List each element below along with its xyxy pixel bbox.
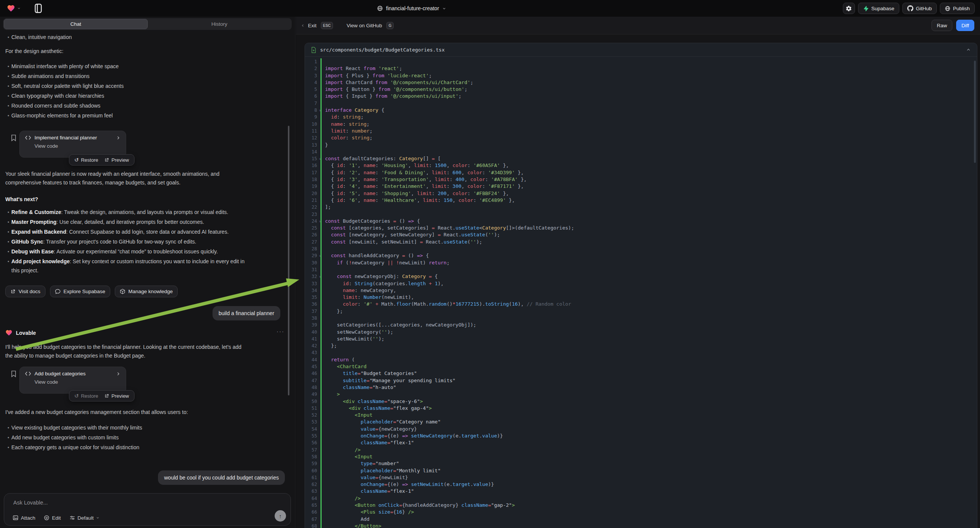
send-button[interactable]: ↑ <box>275 510 286 522</box>
line-number: 16 <box>305 162 320 169</box>
restore-button[interactable]: ↺ Restore <box>74 393 98 399</box>
lovable-logo-heart-icon[interactable] <box>7 4 21 13</box>
fold-chevron-icon[interactable]: ∨ <box>319 218 321 225</box>
chevron-up-icon[interactable] <box>966 47 971 52</box>
tab-chat[interactable]: Chat <box>4 19 148 29</box>
fold-chevron-icon[interactable]: ∨ <box>319 156 321 162</box>
explore-supabase-button[interactable]: Explore Supabase <box>50 286 110 297</box>
code-line: id: string; <box>325 114 977 121</box>
line-number: 47 <box>305 377 320 384</box>
code-line: return ( <box>325 356 977 363</box>
code-line: <div className="space-y-6"> <box>325 398 977 405</box>
added-bullet-list: •View existing budget categories with th… <box>5 423 288 453</box>
line-number: 59 <box>305 460 320 467</box>
line-number: 19 <box>305 183 320 190</box>
view-code-link[interactable]: View code <box>35 379 121 385</box>
bookmark-icon[interactable] <box>10 370 18 378</box>
line-number: 55 <box>305 433 320 439</box>
chevron-left-icon <box>301 23 305 28</box>
code-editor[interactable]: 12345678∨9101112131415∨16171819202122232… <box>305 57 977 528</box>
design-heading: For the design aesthetic: <box>5 47 63 56</box>
code-line: setNewCategory(''); <box>325 329 977 336</box>
diff-toggle-button[interactable]: Diff <box>956 20 974 31</box>
view-code-link[interactable]: View code <box>35 143 121 149</box>
line-number: 49 <box>305 391 320 398</box>
code-line: { id: '4', name: 'Entertainment', limit:… <box>325 183 977 190</box>
gear-icon <box>846 5 852 12</box>
raw-toggle-button[interactable]: Raw <box>932 20 952 31</box>
code-line: import { Plus } from 'lucide-react'; <box>325 72 977 79</box>
chevron-down-icon <box>96 516 100 520</box>
tab-history[interactable]: History <box>148 19 291 29</box>
line-number: 30 <box>305 259 320 266</box>
project-switcher[interactable]: financial-future-creator <box>377 0 446 17</box>
list-item: •Master Prompting: Use clear, detailed, … <box>5 218 288 227</box>
line-number: 40 <box>305 329 320 336</box>
line-number: 57 <box>305 447 320 453</box>
chat-bubble-icon <box>55 289 60 294</box>
code-line: const [categories, setCategories] = Reac… <box>325 224 977 231</box>
assistant-reply-2: I'll help you add budget categories to t… <box>5 343 290 360</box>
supabase-button[interactable]: Supabase <box>858 3 899 14</box>
line-number: 41 <box>305 336 320 342</box>
chat-input-placeholder: Ask Lovable... <box>13 499 48 506</box>
external-link-icon <box>104 157 109 162</box>
view-on-github-button[interactable]: View on GitHub <box>347 23 382 29</box>
fold-chevron-icon[interactable]: ∨ <box>319 107 321 114</box>
exit-button[interactable]: Exit <box>301 23 317 29</box>
chevron-down-icon <box>17 6 21 10</box>
line-number: 58 <box>305 453 320 460</box>
line-number: 7 <box>305 100 320 107</box>
preview-button[interactable]: Preview <box>104 393 129 399</box>
version-card-add-budget-categories[interactable]: Add budget categories View code <box>19 367 126 394</box>
target-icon <box>44 515 49 521</box>
supabase-icon <box>863 6 869 11</box>
code-line: <div className="flex gap-4"> <box>325 405 977 412</box>
restore-icon: ↺ <box>74 393 79 399</box>
model-selector[interactable]: Default <box>69 515 100 521</box>
line-number: 51 <box>305 405 320 412</box>
code-line: id: String(categories.length + 1), <box>325 280 977 287</box>
attach-button[interactable]: Attach <box>13 515 35 521</box>
line-number: 21 <box>305 197 320 204</box>
code-line: <Plus size={16} /> <box>325 509 977 515</box>
visit-docs-button[interactable]: Visit docs <box>5 286 45 297</box>
package-icon <box>120 289 126 294</box>
settings-button[interactable] <box>843 3 855 14</box>
line-number: 32∨ <box>305 273 320 280</box>
sidebar-toggle-button[interactable] <box>35 3 42 13</box>
code-line: className="flex-1" <box>325 439 977 446</box>
chat-scrollbar[interactable] <box>288 126 290 396</box>
code-line <box>325 148 977 155</box>
line-number: 25 <box>305 224 320 231</box>
code-file-card: src/components/budget/BudgetCategories.t… <box>305 43 977 528</box>
chat-input-box[interactable]: Ask Lovable... Attach Edit <box>4 493 291 526</box>
globe-icon <box>945 6 950 11</box>
code-line: if (!newCategory || !newLimit) return; <box>325 259 977 266</box>
bookmark-icon[interactable] <box>10 134 18 142</box>
code-line: }; <box>325 308 977 315</box>
manage-knowledge-button[interactable]: Manage knowledge <box>115 286 178 297</box>
line-number: 5 <box>305 86 320 93</box>
restore-icon: ↺ <box>74 157 79 163</box>
code-line <box>325 100 977 107</box>
fold-chevron-icon[interactable]: ∨ <box>319 274 321 280</box>
line-number: 2 <box>305 65 320 72</box>
assistant-summary: Your sleek financial planner is now read… <box>5 170 288 187</box>
file-path-bar[interactable]: src/components/budget/BudgetCategories.t… <box>305 43 977 57</box>
publish-button[interactable]: Publish <box>940 3 975 14</box>
code-line: { id: '2', name: 'Food & Dining', limit:… <box>325 169 977 176</box>
preview-button[interactable]: Preview <box>104 157 129 163</box>
line-number: 50 <box>305 398 320 405</box>
line-number: 46 <box>305 370 320 377</box>
restore-button[interactable]: ↺ Restore <box>74 157 98 163</box>
message-menu-button[interactable]: ··· <box>277 328 285 334</box>
code-line: <Button onClick={handleAddCategory} clas… <box>325 502 977 509</box>
edit-button[interactable]: Edit <box>44 515 60 521</box>
version-card-implement-financial-planner[interactable]: Implement financial planner View code <box>19 131 126 157</box>
chevron-down-icon <box>442 6 446 11</box>
code-scrollbar[interactable] <box>974 60 976 163</box>
line-number: 22 <box>305 204 320 211</box>
github-button[interactable]: GitHub <box>902 3 937 14</box>
fold-chevron-icon[interactable]: ∨ <box>319 253 321 259</box>
